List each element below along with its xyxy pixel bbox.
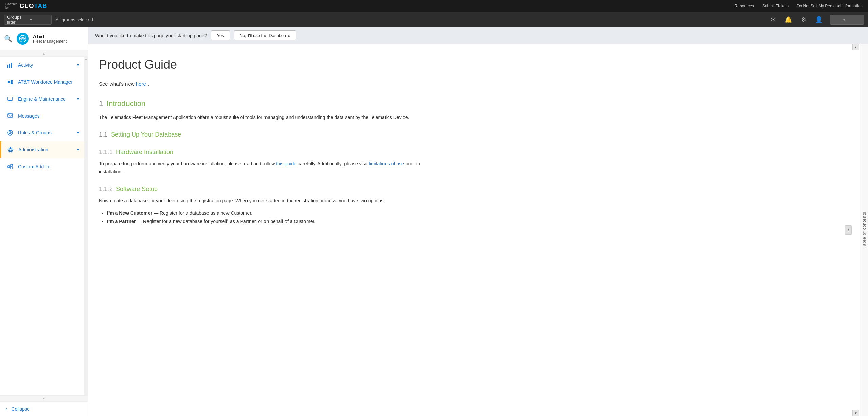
sidebar-collapse-right-button[interactable]: ‹ [845,225,852,235]
top-navigation: Powered by GEOTAB Resources Submit Ticke… [0,0,868,12]
messages-icon [6,112,14,120]
content-area: Would you like to make this page your st… [88,27,868,416]
collapse-chevron-icon: ‹ [5,406,7,412]
groups-filter-chevron-icon: ▼ [29,18,48,22]
sidebar-collapse-button[interactable]: ‹ Collapse [0,401,88,416]
administration-icon [7,146,14,153]
filter-bar: Groups filter ▼ All groups selected ✉ 🔔 … [0,12,868,27]
brand-name: AT&T [33,34,67,39]
section-1-1-1-heading: 1.1.1 Hardware Installation [99,147,445,157]
list-item-partner: I'm a Partner — Register for a new datab… [107,217,445,226]
toc-label: Table of contents [862,212,867,248]
submit-tickets-link[interactable]: Submit Tickets [762,4,789,8]
doc-content: Product Guide See what's new here . 1 In… [88,44,461,241]
doc-scroll-down-button[interactable]: ▼ [852,410,859,416]
sidebar-item-activity[interactable]: Activity ▾ [0,57,84,74]
sidebar-brand: AT&T Fleet Management [33,34,67,44]
section-1-1-2-title: Software Setup [116,184,158,194]
svg-rect-19 [11,164,13,166]
doc-subtitle-text: See what's new [99,81,136,87]
messages-label: Messages [18,113,79,119]
doc-title: Product Guide [99,55,445,75]
user-dropdown-button[interactable]: ▼ [830,15,864,25]
settings-icon-button[interactable]: ⚙ [800,15,808,25]
doc-subtitle-end: . [147,81,149,87]
toc-sidebar[interactable]: Table of contents [860,44,868,416]
groups-filter-label: Groups filter [7,15,26,25]
svg-rect-18 [8,166,10,168]
limitations-link[interactable]: limitations of use [369,161,404,166]
section-1-1-1-num: 1.1.1 [99,147,113,157]
brand-sub: Fleet Management [33,39,67,44]
sidebar-item-engine-maintenance[interactable]: Engine & Maintenance ▾ [0,90,84,107]
geotab-logo: GEOTAB [20,3,47,10]
section-1-1-1-text-middle: carefully. Additionally, please visit [298,161,369,166]
main-layout: 🔍 AT&T Fleet Management ▲ [0,27,868,416]
startup-question: Would you like to make this page your st… [95,33,207,38]
section-1-body: The Telematics Fleet Management Applicat… [99,113,445,122]
groups-filter-dropdown[interactable]: Groups filter ▼ [4,15,52,25]
this-guide-link[interactable]: this guide [276,161,296,166]
search-icon[interactable]: 🔍 [4,35,13,43]
svg-rect-10 [9,100,12,101]
startup-yes-button[interactable]: Yes [211,30,230,40]
section-1-title: Introduction [106,98,145,109]
section-1-1-1-text-before: To prepare for, perform and verify your … [99,161,276,166]
doc-subtitle-link[interactable]: here [136,81,146,87]
section-1-1-num: 1.1 [99,130,107,140]
engine-maintenance-label: Engine & Maintenance [18,96,73,102]
doc-scroll-up-button[interactable]: ▲ [852,44,859,50]
email-icon-button[interactable]: ✉ [769,15,777,25]
sidebar-item-administration[interactable]: Administration ▾ [0,141,84,158]
privacy-link[interactable]: Do Not Sell My Personal Information [797,4,863,8]
svg-rect-5 [11,63,12,68]
sidebar-scrollbar: ▲ [84,57,88,395]
collapse-label: Collapse [11,406,29,412]
svg-point-17 [9,149,12,151]
svg-rect-7 [11,80,13,82]
powered-by-text: Powered by [5,2,18,10]
sidebar-scroll-down-area: ▼ [0,395,88,401]
notifications-icon-button[interactable]: 🔔 [783,15,793,25]
svg-point-16 [10,132,11,133]
svg-rect-6 [8,81,10,83]
section-1-1-title: Setting Up Your Database [111,130,181,140]
custom-add-in-label: Custom Add-In [18,164,79,169]
engine-maintenance-chevron-icon: ▾ [77,97,79,101]
partner-text: — Register for a new database for yourse… [137,219,315,224]
rules-groups-label: Rules & Groups [18,130,73,136]
doc-subtitle: See what's new here . [99,80,445,88]
sidebar-scroll-wrapper: Activity ▾ AT&T Workforce Manager Engine… [0,57,88,395]
administration-label: Administration [18,147,73,152]
sidebar-scrollbar-up-icon: ▲ [85,57,87,60]
sidebar-item-messages[interactable]: Messages [0,107,84,124]
partner-bold: I'm a Partner [107,219,136,224]
section-1-heading: 1 Introduction [99,98,445,109]
sidebar-item-att-workforce[interactable]: AT&T Workforce Manager [0,74,84,90]
sidebar-scroll-down-icon: ▼ [42,397,46,400]
resources-link[interactable]: Resources [735,4,754,8]
section-1-num: 1 [99,98,103,109]
section-1-1-2-num: 1.1.2 [99,184,113,194]
rules-groups-chevron-icon: ▾ [77,130,79,135]
svg-rect-4 [9,64,10,68]
top-nav-links: Resources Submit Tickets Do Not Sell My … [735,4,863,8]
startup-no-button[interactable]: No, I'll use the Dashboard [234,30,296,40]
section-1-1-2-list: I'm a New Customer — Register for a data… [107,209,445,226]
sidebar-item-custom-add-in[interactable]: Custom Add-In [0,158,84,175]
sidebar-nav-list: Activity ▾ AT&T Workforce Manager Engine… [0,57,84,395]
user-dropdown-chevron-icon: ▼ [843,18,846,22]
activity-chevron-icon: ▾ [77,63,79,67]
svg-rect-9 [8,97,13,100]
section-1-1-1-body: To prepare for, perform and verify your … [99,160,445,176]
all-groups-text: All groups selected [56,17,93,22]
user-icon-button[interactable]: 👤 [814,15,824,25]
new-customer-bold: I'm a New Customer [107,210,152,216]
filter-bar-actions: ✉ 🔔 ⚙ 👤 ▼ [769,15,864,25]
sidebar: 🔍 AT&T Fleet Management ▲ [0,27,88,416]
sidebar-item-rules-groups[interactable]: Rules & Groups ▾ [0,124,84,141]
new-customer-text: — Register for a database as a new Custo… [154,210,252,216]
logo-area: Powered by GEOTAB [5,2,47,10]
activity-label: Activity [18,62,73,68]
svg-rect-3 [7,65,8,68]
